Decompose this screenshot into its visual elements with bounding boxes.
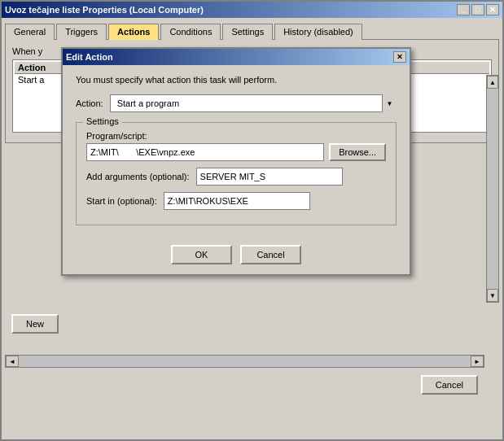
program-field-row: Browse... <box>86 143 386 161</box>
settings-group: Settings Program/script: Browse... Add a… <box>76 122 397 225</box>
action-field-label: Action: <box>76 98 103 108</box>
modal-overlay: Edit Action ✕ You must specify what acti… <box>0 0 504 441</box>
cancel-button[interactable]: Cancel <box>240 245 301 264</box>
program-field: Program/script: Browse... <box>86 131 386 161</box>
ok-button[interactable]: OK <box>171 245 232 264</box>
action-select-wrapper: Start a program ▼ <box>110 94 397 112</box>
program-input[interactable] <box>86 143 324 161</box>
start-in-label: Start in (optional): <box>86 196 157 206</box>
start-in-field: Start in (optional): <box>86 192 386 210</box>
program-label: Program/script: <box>86 131 386 141</box>
modal-close-button[interactable]: ✕ <box>393 51 406 63</box>
settings-legend: Settings <box>83 116 122 126</box>
modal-title: Edit Action <box>66 52 113 62</box>
action-select[interactable]: Start a program <box>110 94 397 112</box>
edit-action-dialog: Edit Action ✕ You must specify what acti… <box>61 47 411 276</box>
start-in-input[interactable] <box>164 192 310 210</box>
action-field-row: Action: Start a program ▼ <box>76 94 397 112</box>
add-args-input[interactable] <box>196 168 343 186</box>
modal-footer: OK Cancel <box>63 235 410 274</box>
modal-description: You must specify what action this task w… <box>76 75 397 85</box>
add-args-field: Add arguments (optional): <box>86 168 386 186</box>
modal-body: You must specify what action this task w… <box>63 65 410 235</box>
add-args-label: Add arguments (optional): <box>86 172 190 181</box>
modal-titlebar: Edit Action ✕ <box>63 49 410 65</box>
browse-button[interactable]: Browse... <box>329 143 386 161</box>
